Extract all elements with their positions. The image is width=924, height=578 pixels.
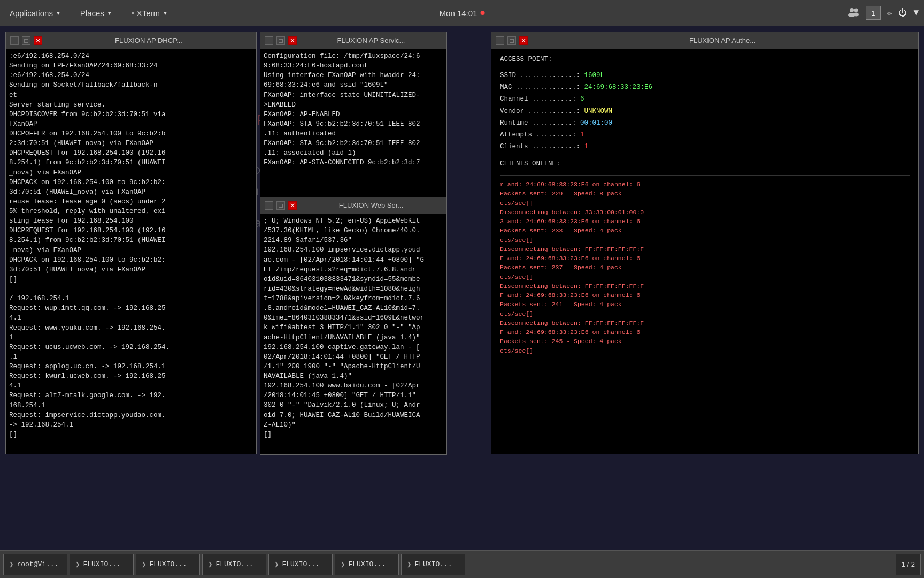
users-icon[interactable] [848, 7, 859, 19]
auth-minimize-btn[interactable]: – [496, 36, 504, 45]
page-indicator: 1 / 2 [896, 554, 921, 575]
terminal-icon-3: ❯ [208, 560, 212, 569]
mac-label: MAC ...............: [500, 83, 584, 91]
applications-chevron: ▼ [56, 10, 61, 16]
taskbar-app-2[interactable]: ❯ FLUXIO... [136, 554, 200, 575]
dhcp-title: FLUXION AP DHCP... [45, 36, 252, 44]
auth-close-btn[interactable]: ✕ [519, 36, 528, 45]
web-title: FLUXION Web Ser... [300, 201, 442, 209]
dhcp-body[interactable]: :e6/192.168.254.0/24 Sending on LPF/FXan… [6, 49, 256, 454]
taskbar-app-1[interactable]: ❯ FLUXIO... [70, 554, 134, 575]
ssid-value: 1609L [584, 72, 605, 79]
pencil-icon[interactable]: ✏ [887, 7, 892, 18]
web-maximize-btn[interactable]: □ [276, 201, 285, 210]
taskbar-app-label-5: FLUXIO... [348, 560, 386, 568]
dhcp-maximize-btn[interactable]: □ [22, 36, 30, 45]
access-point-label: ACCESS POINT: [500, 56, 552, 63]
service-window: – □ ✕ FLUXION AP Servic... Configuration… [260, 32, 447, 197]
xterm-chevron: ▼ [163, 10, 168, 16]
taskbar-app-label-root: root@Vi... [17, 560, 58, 568]
taskbar-app-label-4: FLUXIO... [282, 560, 319, 568]
workspace-number: 1 [871, 9, 875, 17]
taskbar-app-label-3: FLUXIO... [215, 560, 253, 568]
top-taskbar: Applications ▼ Places ▼ ▪ XTerm ▼ Mon 14… [0, 0, 924, 26]
clock-dot [480, 11, 484, 15]
desktop: Future in at (IO) – □ ✕ FLUXION AP DHCP.… [0, 26, 924, 550]
channel-value: 6 [580, 95, 584, 103]
service-titlebar: – □ ✕ FLUXION AP Servic... [260, 32, 446, 49]
terminal-icon: ▪ [132, 9, 134, 17]
auth-title: FLUXION AP Authe... [531, 36, 914, 44]
taskbar-app-5[interactable]: ❯ FLUXIO... [335, 554, 399, 575]
channel-label: Channel ..........: [500, 95, 580, 103]
places-menu[interactable]: Places ▼ [76, 6, 117, 20]
taskbar-app-6[interactable]: ❯ FLUXIO... [401, 554, 465, 575]
mac-value: 24:69:68:33:23:E6 [584, 83, 653, 91]
clients-label: Clients ...........: [500, 143, 584, 150]
vendor-value: UNKNOWN [584, 108, 613, 115]
runtime-value: 00:01:00 [580, 119, 612, 127]
xterm-menu[interactable]: ▪ XTerm ▼ [127, 6, 172, 20]
svg-point-3 [853, 12, 859, 16]
service-title: FLUXION AP Servic... [300, 36, 442, 44]
terminal-icon-2: ❯ [142, 560, 146, 569]
svg-point-0 [850, 8, 854, 12]
web-body[interactable]: ; U; Windows NT 5.2; en-US) AppleWebKit … [260, 214, 446, 454]
dhcp-titlebar: – □ ✕ FLUXION AP DHCP... [6, 32, 256, 49]
terminal-icon-root: ❯ [9, 560, 13, 569]
workspace-badge[interactable]: 1 [866, 6, 881, 20]
terminal-icon-4: ❯ [274, 560, 279, 569]
terminal-icon-5: ❯ [341, 560, 345, 569]
attempts-label: Attempts .........: [500, 131, 580, 139]
page-label: 1 / 2 [902, 560, 915, 568]
clock-area: Mon 14:01 [440, 9, 485, 18]
dhcp-minimize-btn[interactable]: – [10, 36, 19, 45]
auth-body[interactable]: ACCESS POINT: SSID ..............: 1609L… [491, 49, 918, 454]
ssid-label: SSID ..............: [500, 72, 584, 79]
auth-titlebar: – □ ✕ FLUXION AP Authe... [491, 32, 918, 49]
bottom-taskbar: ❯ root@Vi... ❯ FLUXIO... ❯ FLUXIO... ❯ F… [0, 550, 924, 578]
terminal-icon-1: ❯ [75, 560, 80, 569]
applications-menu[interactable]: Applications ▼ [5, 6, 65, 20]
terminal-icon-6: ❯ [407, 560, 411, 569]
power-icon[interactable]: ⏻ [898, 8, 907, 18]
taskbar-app-4[interactable]: ❯ FLUXIO... [268, 554, 333, 575]
taskbar-app-label-6: FLUXIO... [414, 560, 452, 568]
runtime-label: Runtime ..........: [500, 119, 580, 127]
xterm-label: XTerm [137, 9, 160, 18]
web-close-btn[interactable]: ✕ [288, 201, 297, 210]
service-close-btn[interactable]: ✕ [288, 36, 297, 45]
web-titlebar: – □ ✕ FLUXION Web Ser... [260, 197, 446, 214]
taskbar-app-label-1: FLUXIO... [83, 560, 120, 568]
svg-point-1 [854, 8, 858, 12]
web-window: – □ ✕ FLUXION Web Ser... ; U; Windows NT… [260, 196, 447, 455]
applications-label: Applications [10, 9, 53, 18]
taskbar-app-label-2: FLUXIO... [149, 560, 187, 568]
auth-log: r and: 24:69:68:33:23:E6 on channel: 6 P… [500, 180, 910, 355]
power-chevron[interactable]: ▼ [913, 8, 919, 18]
places-chevron: ▼ [107, 10, 112, 16]
auth-window: – □ ✕ FLUXION AP Authe... ACCESS POINT: … [491, 32, 919, 454]
service-body[interactable]: Configuration file: /tmp/fluxspace/24:6 … [260, 49, 446, 197]
vendor-label: Vendor ............: [500, 108, 584, 115]
clock-display: Mon 14:01 [440, 9, 478, 18]
dhcp-window: – □ ✕ FLUXION AP DHCP... :e6/192.168.254… [5, 32, 257, 454]
web-minimize-btn[interactable]: – [265, 201, 273, 210]
taskbar-app-root[interactable]: ❯ root@Vi... [3, 554, 67, 575]
dhcp-close-btn[interactable]: ✕ [34, 36, 42, 45]
auth-maximize-btn[interactable]: □ [507, 36, 516, 45]
taskbar-app-3[interactable]: ❯ FLUXIO... [202, 554, 266, 575]
service-minimize-btn[interactable]: – [265, 36, 273, 45]
places-label: Places [80, 9, 104, 18]
service-maximize-btn[interactable]: □ [276, 36, 285, 45]
clients-value: 1 [584, 143, 589, 150]
attempts-value: 1 [580, 131, 584, 139]
clients-online-label: CLIENTS ONLINE: [500, 160, 560, 168]
